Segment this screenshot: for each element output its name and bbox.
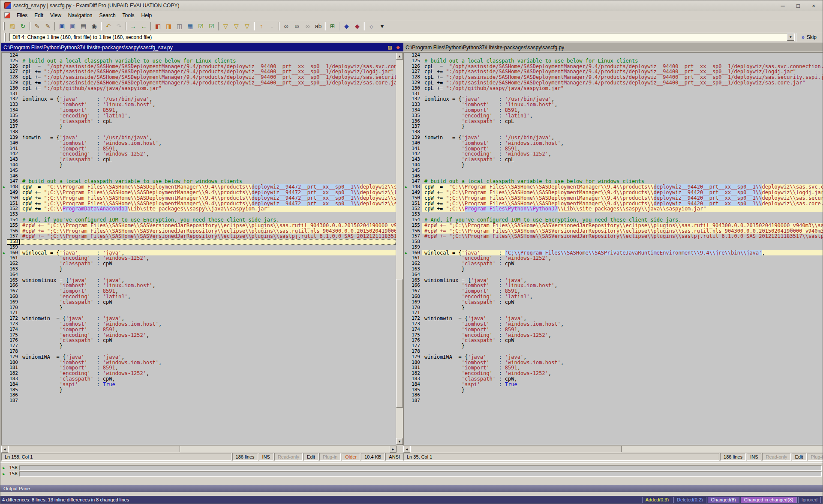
code-line-text[interactable]: #cpW += ";C:\\Program Files\\SASHome\\SA… bbox=[422, 234, 823, 239]
find-previous-icon[interactable]: ∞ bbox=[303, 21, 312, 31]
search-files-icon[interactable]: ◉ bbox=[89, 21, 99, 31]
code-line-text[interactable]: 'sspi' : True bbox=[20, 382, 396, 387]
horizontal-scrollbar-thumb[interactable] bbox=[8, 446, 180, 452]
code-line-text[interactable]: 'encoding' : 'windows-1252', bbox=[20, 151, 396, 157]
pane-options-icon[interactable]: ◆ bbox=[395, 44, 401, 51]
code-line-text[interactable]: cpL += ":/opt/sasinside/SASHome/SASDeplo… bbox=[20, 69, 396, 75]
code-line-text[interactable]: 'iomhost' : 'windows.iom.host', bbox=[422, 360, 823, 366]
code-line-text[interactable]: # And, if you've configured IOM to use E… bbox=[422, 217, 823, 223]
code-line-text[interactable]: } bbox=[20, 162, 396, 168]
code-line-text[interactable] bbox=[20, 245, 396, 250]
code-line-text[interactable]: 'iomport' : 8591, bbox=[422, 108, 823, 113]
menu-item-navigation[interactable]: Navigation bbox=[65, 11, 96, 20]
horizontal-scrollbar[interactable]: ◄► bbox=[1, 445, 396, 452]
scroll-up-icon[interactable]: ▲ bbox=[396, 53, 403, 60]
code-line-text[interactable]: 'iomport' : 8591, bbox=[422, 327, 823, 333]
second-file-header[interactable]: C:\Program Files\Python\Python37\Lib\sit… bbox=[403, 43, 823, 51]
go-forward-icon[interactable]: → bbox=[128, 21, 138, 31]
code-line-text[interactable]: iomlinux = {'java' : '/usr/bin/java', bbox=[20, 96, 396, 102]
code-line-text[interactable] bbox=[422, 53, 823, 58]
toolbar-grip[interactable] bbox=[3, 22, 5, 30]
code-line-text[interactable]: 'iomport' : 8591, bbox=[422, 146, 823, 152]
code-line-text[interactable] bbox=[20, 349, 396, 354]
code-line-text[interactable] bbox=[422, 212, 823, 217]
code-line-text[interactable]: iomwin = {'java' : '/usr/bin/java', bbox=[422, 135, 823, 141]
first-file-code-area[interactable]: 124125# build out a local classpath vari… bbox=[2, 53, 396, 445]
code-line-text[interactable]: #cpW += ";C:\\Program Files\\SASHome\\SA… bbox=[422, 223, 823, 228]
code-line-text[interactable]: 'classpath' : cpW bbox=[422, 300, 823, 305]
code-line-text[interactable]: #cpW += ";C:\\Program Files\\SASHome\\SA… bbox=[20, 223, 396, 228]
code-line-text[interactable]: 'classpath' : cpL bbox=[422, 119, 823, 124]
code-line-text[interactable]: 'iomhost' : 'linux.iom.host', bbox=[20, 283, 396, 288]
code-line-text[interactable]: 'iomport' : 8591, bbox=[20, 288, 396, 294]
code-line-text[interactable] bbox=[20, 53, 396, 58]
scroll-down-icon[interactable]: ▼ bbox=[396, 438, 403, 445]
undo-icon[interactable]: ↶ bbox=[103, 21, 113, 31]
code-line-text[interactable] bbox=[422, 245, 823, 250]
code-line-text[interactable]: 'encoding' : 'windows-1252', bbox=[422, 333, 823, 338]
code-line-text[interactable] bbox=[20, 91, 396, 97]
options-icon[interactable]: ☼ bbox=[366, 21, 376, 31]
menu-item-help[interactable]: Help bbox=[138, 11, 156, 20]
code-line-text[interactable]: cpW = "C:\\Program Files\\SASHome\\SASDe… bbox=[422, 184, 823, 190]
print-icon[interactable]: ▤ bbox=[78, 21, 88, 31]
code-line-text[interactable]: 'iomport' : 8591, bbox=[422, 365, 823, 371]
code-line-text[interactable]: 'classpath' : cpW bbox=[20, 338, 396, 343]
code-line-text[interactable] bbox=[422, 239, 823, 245]
code-line-text[interactable] bbox=[20, 168, 396, 174]
code-line-text[interactable]: cpW += ";C:\\Program Files\\SASHome\\SAS… bbox=[20, 190, 396, 195]
code-line-text[interactable]: # build out a local classpath variable t… bbox=[20, 179, 396, 184]
code-line-text[interactable]: 'classpath' : cpW, bbox=[422, 376, 823, 382]
code-line-text[interactable]: #cpW += ";C:\\Program Files\\SASHome\\SA… bbox=[20, 228, 396, 234]
code-line-text[interactable]: winiomlinux = {'java' : 'java', bbox=[422, 278, 823, 283]
code-line-text[interactable]: 'iomhost' : 'linux.iom.host', bbox=[422, 283, 823, 288]
match-case-icon[interactable]: ab bbox=[313, 21, 323, 31]
filter-differences-icon[interactable]: ▽ bbox=[221, 21, 231, 31]
recompare-icon[interactable]: ↻ bbox=[18, 21, 28, 31]
show-both-panes-icon[interactable]: ◫ bbox=[174, 21, 184, 31]
menu-item-tools[interactable]: Tools bbox=[119, 11, 138, 20]
first-file-header[interactable]: C:\Program Files\Python\Python37\Lib\sit… bbox=[1, 43, 403, 51]
vertical-scrollbar-track[interactable] bbox=[396, 60, 403, 438]
scroll-left-icon[interactable]: ◄ bbox=[1, 446, 8, 453]
code-line-text[interactable]: 'iomhost' : 'windows.iom.host', bbox=[422, 141, 823, 146]
diff-selector-combobox[interactable]: Diff 4: Change 1 line (160, first file) … bbox=[9, 33, 795, 41]
auto-recompare-icon[interactable]: ☑ bbox=[207, 21, 216, 31]
code-line-text[interactable]: 'iomhost' : 'windows.iom.host', bbox=[20, 321, 396, 327]
code-line-text[interactable]: winlocal = {'java' : 'java', bbox=[20, 250, 396, 256]
code-line-text[interactable]: winiomlinux = {'java' : 'java', bbox=[20, 278, 396, 283]
code-line-text[interactable] bbox=[20, 174, 396, 179]
code-line-text[interactable]: cpL = "/opt/sasinside/SASHome/SASDeploym… bbox=[20, 64, 396, 69]
maximize-button[interactable]: □ bbox=[791, 1, 805, 10]
code-line-text[interactable]: 'classpath' : cpL bbox=[422, 157, 823, 162]
go-back-icon[interactable]: ← bbox=[139, 21, 149, 31]
menu-item-edit[interactable]: Edit bbox=[31, 11, 47, 20]
code-line-text[interactable] bbox=[422, 272, 823, 278]
code-line-text[interactable]: cpW += ";C:\\Program Files\\SASHome\\SAS… bbox=[422, 190, 823, 195]
code-line-text[interactable] bbox=[422, 91, 823, 97]
open-files-icon[interactable]: ▨ bbox=[7, 21, 17, 31]
code-line-text[interactable] bbox=[422, 349, 823, 354]
code-line-text[interactable]: 'classpath' : cpW bbox=[20, 261, 396, 267]
code-line-text[interactable] bbox=[20, 272, 396, 278]
code-line-text[interactable]: 'sspi' : True bbox=[422, 382, 823, 387]
code-line-text[interactable]: 'iomport' : 8591, bbox=[20, 327, 396, 333]
code-line-text[interactable]: #cpW += ";C:\\Program Files\\SASHome\\SA… bbox=[422, 228, 823, 234]
code-line-text[interactable]: winiomwin = {'java' : 'java', bbox=[20, 316, 396, 321]
code-line-text[interactable]: 'iomhost' : 'windows.iom.host', bbox=[20, 360, 396, 366]
skip-label[interactable]: Skip bbox=[807, 34, 817, 40]
code-line-text[interactable]: 'encoding' : 'windows-1252', bbox=[20, 255, 396, 261]
code-line-text[interactable]: 'encoding' : 'latin1', bbox=[20, 294, 396, 300]
code-line-text[interactable] bbox=[20, 393, 396, 398]
code-line-text[interactable]: 'classpath' : cpW bbox=[20, 300, 396, 305]
edit-second-file-icon[interactable]: ✎ bbox=[43, 21, 53, 31]
options-dropdown-icon[interactable]: ▾ bbox=[377, 21, 387, 31]
scroll-left-icon[interactable]: ◄ bbox=[403, 446, 410, 453]
diffbar-grip[interactable] bbox=[4, 33, 6, 42]
scroll-right-icon[interactable]: ► bbox=[390, 446, 396, 453]
report-icon[interactable]: ⊞ bbox=[327, 21, 337, 31]
menu-item-files[interactable]: Files bbox=[13, 11, 31, 20]
code-line-text[interactable]: cpW += ";C:\\Program Files\\SASHome\\SAS… bbox=[20, 201, 396, 207]
code-line-text[interactable]: winiomIWA = {'java' : 'java', bbox=[20, 354, 396, 360]
code-line-text[interactable] bbox=[20, 239, 396, 245]
